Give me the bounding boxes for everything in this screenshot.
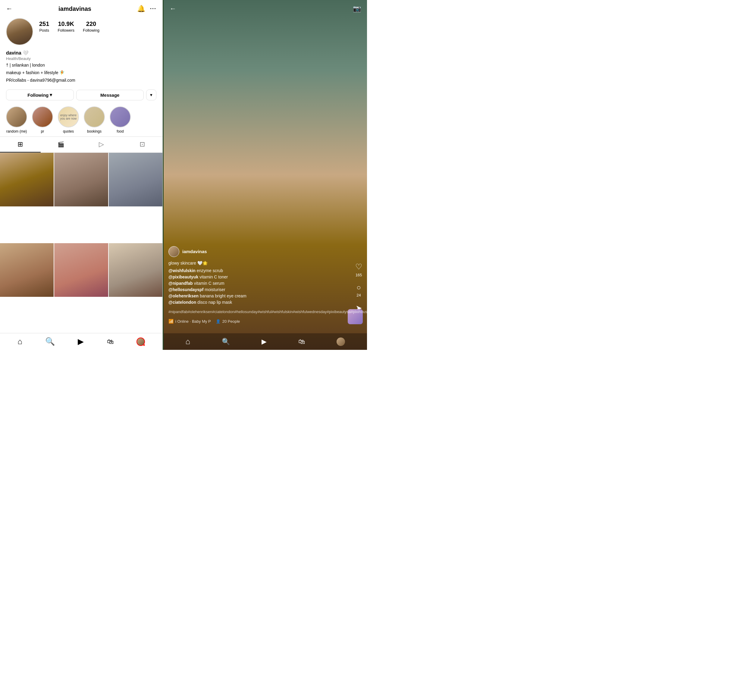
signal-icon: 📶 <box>168 319 174 324</box>
highlight-bookings[interactable]: bookings <box>84 106 105 134</box>
profile-info-row: 251 Posts 10.9K Followers 220 Following <box>0 16 162 49</box>
right-search-icon[interactable]: 🔍 <box>222 338 230 346</box>
followers-label: Followers <box>57 28 74 32</box>
right-home-icon[interactable]: ⌂ <box>185 337 190 346</box>
highlight-food[interactable]: food <box>110 106 131 134</box>
back-button[interactable]: ← <box>6 5 13 13</box>
bio-line2: makeup + fashion + lifestyle 🧚 <box>6 70 156 76</box>
reel-content: iamdavinas glowy skincare 🤍🌟 @wishfulski… <box>163 18 367 333</box>
tab-grid[interactable]: ⊞ <box>0 137 41 153</box>
following-stat[interactable]: 220 Following <box>83 21 99 32</box>
bio-name: davina 🤍 <box>6 50 156 56</box>
posts-count: 251 <box>39 21 49 27</box>
grid-post-1[interactable] <box>0 153 54 206</box>
right-bottom-nav: ⌂ 🔍 ▶ 🛍 <box>163 333 367 350</box>
mention-pixibeautyuk[interactable]: @pixibeautyuk <box>168 275 198 279</box>
header-icons: 🔔 ··· <box>137 5 156 13</box>
bio-category: Health/Beauty <box>6 56 156 61</box>
right-panel: ← 📷 ♡ 165 ○ 24 ➤ ··· iamdavinas glowy sk… <box>163 0 367 350</box>
profile-nav-avatar[interactable] <box>137 337 145 346</box>
posts-stat[interactable]: 251 Posts <box>39 21 49 32</box>
posts-label: Posts <box>39 28 49 32</box>
people-count: 👤 20 People <box>216 319 240 324</box>
reel-back-button[interactable]: ← <box>170 5 176 13</box>
message-button[interactable]: Message <box>76 90 144 100</box>
photo-grid <box>0 153 162 333</box>
notification-icon[interactable]: 🔔 <box>137 5 145 13</box>
reel-hashtags[interactable]: #nipandfab#olehenriksen#ciatelondon#hell… <box>168 309 362 315</box>
mention-wishfulskin[interactable]: @wishfulskin <box>168 268 196 273</box>
reel-title: glowy skincare 🤍🌟 <box>168 260 362 266</box>
bio-section: davina 🤍 Health/Beauty † | srilankan | l… <box>0 49 162 87</box>
reel-status-bar: 📶 i Online · Baby My P 👤 20 People <box>168 319 362 324</box>
right-reels-icon[interactable]: ▶ <box>262 338 267 346</box>
reel-avatar[interactable] <box>168 246 179 257</box>
shop-nav-icon[interactable]: 🛍 <box>107 338 113 346</box>
grid-post-6[interactable] <box>109 243 162 297</box>
mention-ciatelondon[interactable]: @ciatelondon <box>168 300 196 304</box>
following-count: 220 <box>86 21 96 27</box>
tab-reels[interactable]: 🎬 <box>41 137 81 153</box>
reel-username[interactable]: iamdavinas <box>182 249 207 254</box>
left-panel: ← iamdavinas 🔔 ··· 251 Posts 10.9K Follo… <box>0 0 163 350</box>
reels-nav-icon[interactable]: ▶ <box>78 337 84 346</box>
followers-count: 10.9K <box>58 21 74 27</box>
reel-icon: 🎬 <box>57 141 64 148</box>
grid-icon: ⊞ <box>18 140 23 148</box>
reel-caption-lines: @wishfulskin enzyme scrub @pixibeautyuk … <box>168 268 362 306</box>
tag-icon: ⊡ <box>140 140 145 148</box>
stats-row: 251 Posts 10.9K Followers 220 Following <box>39 18 99 32</box>
home-nav-icon[interactable]: ⌂ <box>18 337 22 346</box>
highlight-quotes[interactable]: enjoy where you are now quotes <box>58 106 79 134</box>
profile-username: iamdavinas <box>59 6 91 12</box>
reel-user-row: iamdavinas <box>168 246 362 257</box>
play-icon: ▷ <box>99 140 104 148</box>
bio-line1: † | srilankan | london <box>6 62 156 68</box>
highlight-random-me[interactable]: random (me) <box>6 106 27 134</box>
search-nav-icon[interactable]: 🔍 <box>45 337 55 346</box>
avatar[interactable] <box>6 18 33 45</box>
following-button[interactable]: Following ▾ <box>6 90 74 100</box>
people-icon: 👤 <box>216 319 221 324</box>
right-shop-icon[interactable]: 🛍 <box>298 338 305 346</box>
action-buttons: Following ▾ Message ▾ <box>0 87 162 103</box>
tab-tagged[interactable]: ⊡ <box>122 137 162 153</box>
grid-post-3[interactable] <box>109 153 162 206</box>
tab-play[interactable]: ▷ <box>81 137 122 153</box>
more-icon[interactable]: ··· <box>150 6 156 12</box>
grid-post-5[interactable] <box>54 243 108 297</box>
content-tab-bar: ⊞ 🎬 ▷ ⊡ <box>0 137 162 153</box>
grid-post-4[interactable] <box>0 243 54 297</box>
bottom-nav: ⌂ 🔍 ▶ 🛍 <box>0 333 162 350</box>
reel-header: ← 📷 <box>163 0 367 18</box>
online-status: 📶 i Online · Baby My P <box>168 319 211 324</box>
grid-post-2[interactable] <box>54 153 108 206</box>
highlight-pr[interactable]: pr <box>32 106 53 134</box>
following-label: Following <box>83 28 99 32</box>
highlights-section: random (me) pr enjoy where you are now q… <box>0 103 162 137</box>
reel-camera-button[interactable]: 📷 <box>353 5 361 13</box>
followers-stat[interactable]: 10.9K Followers <box>57 21 74 32</box>
mention-hellosundayspf[interactable]: @hellosundayspf <box>168 287 203 292</box>
bio-line3: PR/collabs - davina9796@gmail.com <box>6 77 156 84</box>
profile-dot-indicator <box>143 344 145 346</box>
right-profile-avatar[interactable] <box>337 337 345 346</box>
profile-header: ← iamdavinas 🔔 ··· <box>0 0 162 16</box>
mention-nipandfab[interactable]: @nipandfab <box>168 281 193 286</box>
mention-olehenriksen[interactable]: @olehenriksen <box>168 294 199 299</box>
dropdown-button[interactable]: ▾ <box>146 90 156 100</box>
